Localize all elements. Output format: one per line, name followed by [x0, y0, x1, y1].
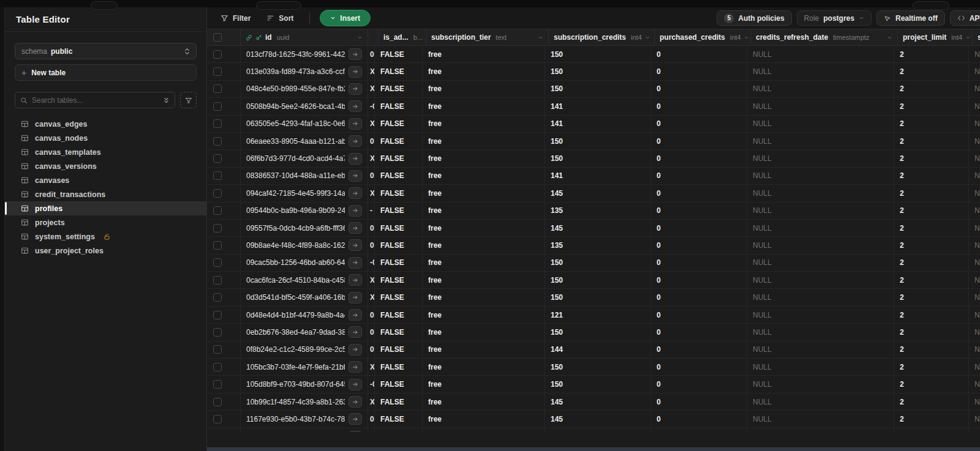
cell-subscription_tier[interactable]: free: [423, 81, 545, 97]
cell-project_limit[interactable]: 2: [894, 411, 969, 427]
cell-subscription_tier[interactable]: free: [423, 255, 545, 271]
cell-id[interactable]: 1167e930-e5b0-43b7-b74c-788c9...: [241, 411, 368, 427]
expand-row-button[interactable]: [349, 257, 362, 269]
cell-credits_refresh_date[interactable]: NULL: [747, 393, 894, 410]
cell-subscription_credits[interactable]: 150: [545, 428, 651, 432]
row-checkbox[interactable]: [213, 119, 222, 128]
cell-purchased_credits[interactable]: 0: [651, 133, 747, 149]
cell-id[interactable]: 094caf42-7185-4e45-99f3-14abee...: [241, 185, 368, 201]
cell-subscription_tier[interactable]: free: [423, 307, 545, 323]
cell-next[interactable]: NULL: [969, 63, 980, 80]
column-header-credits_refresh_date[interactable]: credits_refresh_datetimestamptz: [751, 29, 898, 45]
cell-clip[interactable]: 0: [368, 307, 375, 323]
cell-credits_refresh_date[interactable]: NULL: [747, 428, 894, 432]
cell-subscription_credits[interactable]: 150: [545, 359, 651, 375]
cell-project_limit[interactable]: 2: [894, 341, 969, 358]
cell-subscription_credits[interactable]: 150: [545, 272, 651, 288]
column-menu-icon[interactable]: [645, 35, 650, 40]
cell-subscription_tier[interactable]: free: [423, 341, 545, 358]
cell-purchased_credits[interactable]: 0: [651, 272, 747, 288]
cell-is_admin[interactable]: FALSE: [375, 237, 423, 253]
cell-next[interactable]: NULL: [969, 272, 980, 288]
row-checkbox[interactable]: [213, 67, 222, 76]
cell-subscription_tier[interactable]: free: [423, 98, 545, 114]
cell-id[interactable]: 0cac6fca-26cf-4510-84ba-c4580...: [241, 272, 368, 288]
cell-id[interactable]: 06f6b7d3-977d-4cd0-acd4-4a78...: [241, 150, 368, 166]
cell-project_limit[interactable]: 2: [894, 289, 969, 305]
cell-subscription_credits[interactable]: 150: [545, 289, 651, 305]
cell-is_admin[interactable]: FALSE: [375, 150, 423, 166]
cell-subscription_tier[interactable]: free: [423, 150, 545, 166]
cell-credits_refresh_date[interactable]: NULL: [747, 46, 894, 62]
cell-credits_refresh_date[interactable]: NULL: [747, 255, 894, 271]
cell-purchased_credits[interactable]: 0: [651, 324, 747, 340]
cell-id[interactable]: 063505e5-4293-4faf-a18c-0e65b...: [241, 116, 368, 132]
cell-purchased_credits[interactable]: 0: [651, 150, 747, 166]
cell-clip[interactable]: 0: [368, 324, 375, 340]
sidebar-item-canvases[interactable]: canvases: [5, 173, 206, 187]
cell-subscription_tier[interactable]: free: [423, 133, 545, 149]
cell-project_limit[interactable]: 2: [894, 185, 969, 201]
cell-clip[interactable]: 0: [368, 46, 375, 62]
cell-project_limit[interactable]: 2: [894, 428, 969, 432]
cell-subscription_credits[interactable]: 150: [545, 81, 651, 97]
cell-purchased_credits[interactable]: 0: [651, 203, 747, 219]
column-menu-icon[interactable]: [887, 35, 892, 40]
search-tables-input[interactable]: Search tables...: [15, 92, 175, 108]
cell-next[interactable]: NULL: [969, 411, 980, 427]
cell-is_admin[interactable]: FALSE: [375, 411, 423, 427]
cell-purchased_credits[interactable]: 0: [651, 411, 747, 427]
cell-is_admin[interactable]: FALSE: [375, 81, 423, 97]
expand-row-button[interactable]: [349, 239, 362, 251]
cell-clip[interactable]: -0: [368, 98, 375, 114]
expand-row-button[interactable]: [349, 222, 362, 234]
expand-row-button[interactable]: [349, 326, 362, 338]
row-checkbox[interactable]: [213, 102, 222, 111]
cell-id[interactable]: 013cf78d-1625-43fc-9961-442189...: [241, 46, 368, 62]
cell-credits_refresh_date[interactable]: NULL: [747, 150, 894, 166]
column-menu-icon[interactable]: [357, 35, 363, 40]
cell-subscription_credits[interactable]: 150: [545, 150, 651, 166]
row-checkbox[interactable]: [213, 224, 222, 233]
cell-purchased_credits[interactable]: 0: [651, 307, 747, 323]
expand-row-button[interactable]: [349, 431, 362, 432]
cell-subscription_tier[interactable]: free: [423, 272, 545, 288]
cell-id[interactable]: 09557f5a-0dcb-4cb9-a6fb-fff366...: [241, 220, 368, 236]
cell-is_admin[interactable]: FALSE: [375, 307, 423, 323]
cell-is_admin[interactable]: FALSE: [375, 220, 423, 236]
row-checkbox[interactable]: [213, 380, 222, 389]
cell-id[interactable]: 09cac5bb-1256-46bd-ab60-64ed...: [241, 255, 368, 271]
cell-subscription_tier[interactable]: free: [423, 376, 545, 392]
cell-next[interactable]: NULL: [969, 307, 980, 323]
cell-subscription_tier[interactable]: free: [423, 359, 545, 375]
cell-is_admin[interactable]: FALSE: [375, 168, 423, 184]
cell-subscription_credits[interactable]: 145: [545, 411, 651, 427]
chevrons-collapse-icon[interactable]: [163, 97, 170, 104]
cell-subscription_tier[interactable]: free: [423, 237, 545, 253]
expand-row-button[interactable]: [349, 292, 362, 304]
row-checkbox[interactable]: [213, 171, 222, 180]
cell-clip[interactable]: -: [368, 203, 375, 219]
cell-project_limit[interactable]: 2: [894, 359, 969, 375]
cell-clip[interactable]: X: [368, 116, 375, 132]
cell-next[interactable]: NULL: [969, 116, 980, 132]
cell-is_admin[interactable]: FALSE: [375, 393, 423, 410]
cell-credits_refresh_date[interactable]: NULL: [747, 185, 894, 201]
cell-clip[interactable]: 0: [368, 411, 375, 427]
cell-credits_refresh_date[interactable]: NULL: [747, 272, 894, 288]
row-checkbox[interactable]: [213, 276, 222, 285]
cell-credits_refresh_date[interactable]: NULL: [747, 98, 894, 114]
auth-policies-button[interactable]: 5 Auth policies: [717, 10, 791, 26]
cell-purchased_credits[interactable]: 0: [651, 393, 747, 410]
cell-credits_refresh_date[interactable]: NULL: [747, 376, 894, 392]
cell-is_admin[interactable]: FALSE: [375, 272, 423, 288]
cell-purchased_credits[interactable]: 0: [651, 168, 747, 184]
cell-subscription_tier[interactable]: free: [423, 411, 545, 427]
cell-project_limit[interactable]: 2: [894, 168, 969, 184]
row-checkbox[interactable]: [213, 154, 222, 163]
cell-subscription_credits[interactable]: 145: [545, 185, 651, 201]
cell-id[interactable]: 105bc3b7-03fe-4e7f-9efa-21bb40...: [241, 359, 368, 375]
cell-clip[interactable]: X: [368, 150, 375, 166]
column-header-is_admin[interactable]: is_ad...b...: [379, 29, 426, 45]
row-checkbox[interactable]: [213, 84, 222, 93]
